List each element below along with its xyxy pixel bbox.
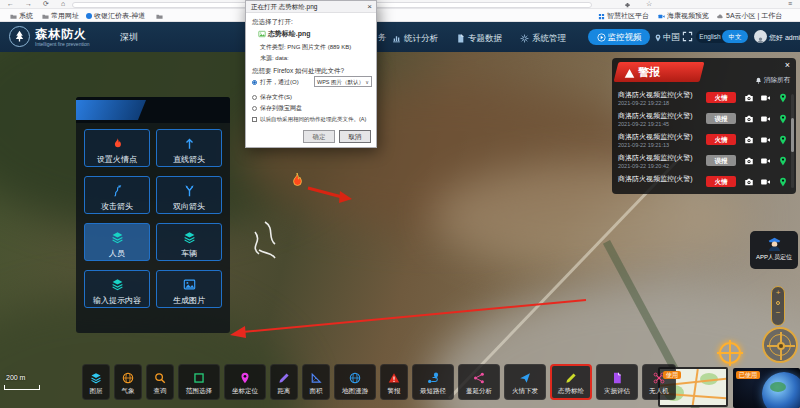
camera-icon[interactable]	[744, 114, 754, 124]
toolbar-drone-button[interactable]: 无人机	[642, 364, 676, 400]
dialog-close-icon[interactable]: ×	[367, 1, 372, 13]
fire-tag[interactable]: 火情	[706, 176, 736, 187]
toolbar-spread-analysis-button[interactable]: 蔓延分析	[458, 364, 500, 400]
video-icon[interactable]	[760, 177, 771, 187]
video-icon[interactable]	[760, 135, 771, 145]
save-cloud-radio[interactable]: 保存到微宝网盘	[252, 104, 302, 113]
bookmark-item[interactable]: 5A云小区 | 工作台	[716, 10, 782, 21]
camera-icon[interactable]	[744, 135, 754, 145]
video-icon[interactable]	[760, 93, 771, 103]
toolbar-weather-button[interactable]: 气象	[114, 364, 142, 400]
alarm-item[interactable]: 商洛防火视频监控(火警)2021-09-22 19:21:45 误报	[618, 111, 790, 132]
false-alarm-tag[interactable]: 误报	[706, 155, 736, 166]
toolbar-damage-assess-button[interactable]: 灾损评估	[596, 364, 638, 400]
camera-icon[interactable]	[744, 93, 754, 103]
home-icon[interactable]: ⌂	[61, 0, 65, 8]
red-line-arrow-head	[230, 326, 246, 338]
toolbar-situation-plot-button[interactable]: 态势标绘	[550, 364, 592, 400]
toolbar-range-select-button[interactable]: 范围选择	[178, 364, 220, 400]
nav-item-system-management[interactable]: 系统管理	[520, 32, 566, 44]
language-toggle[interactable]: English 中文	[696, 30, 748, 43]
radio-selected-icon	[252, 80, 257, 85]
personnel-button[interactable]: 人员	[84, 223, 150, 261]
download-dialog: 正在打开 态势标绘.png × 您选择了打开: 态势标绘.png 文件类型: P…	[245, 0, 377, 148]
false-alarm-tag[interactable]: 误报	[706, 113, 736, 124]
app-personnel-locate-button[interactable]: APP人员定位	[750, 231, 798, 269]
location-pin-icon[interactable]	[778, 114, 788, 124]
ok-button[interactable]: 确定	[303, 130, 335, 143]
extensions-puzzle-icon[interactable]	[624, 2, 631, 9]
remember-checkbox[interactable]: 以后自动采用相同的动作处理此类文件。(A)	[252, 116, 366, 123]
chevron-down-icon: ∨	[365, 77, 369, 87]
toolbar-map-roam-button[interactable]: 地图漫游	[334, 364, 376, 400]
compass-widget[interactable]	[762, 327, 798, 363]
forward-icon[interactable]: →	[25, 0, 32, 8]
nav-item-thematic-data[interactable]: 专题数据	[456, 32, 502, 44]
zoom-out-button[interactable]: −	[772, 307, 784, 319]
zoom-reset-dot[interactable]	[776, 301, 780, 305]
camera-icon[interactable]	[744, 177, 754, 187]
alarm-item[interactable]: 商洛防火视频监控(火警)2021-09-22 19:21:13 火情	[618, 132, 790, 153]
browser-menu-icon[interactable]: ≡	[788, 0, 792, 8]
globe-3d-toggle[interactable]: 已使用	[733, 368, 800, 408]
toolbar-area-button[interactable]: 面积	[302, 364, 330, 400]
monitor-video-button[interactable]: 监控视频	[588, 29, 650, 45]
bookmark-item[interactable]: 海康视频预览	[658, 10, 709, 21]
reload-icon[interactable]: ⟳	[43, 0, 49, 8]
location-pin-icon[interactable]	[778, 135, 788, 145]
dialog-title: 正在打开 态势标绘.png	[246, 1, 376, 13]
toolbar-alarm-button[interactable]: 警报	[380, 364, 408, 400]
fire-tag[interactable]: 火情	[706, 134, 736, 145]
toolbar-shortest-path-button[interactable]: 最短路径	[412, 364, 454, 400]
set-fire-point-button[interactable]: 设置火情点	[84, 129, 150, 167]
map-zoom-control[interactable]: + −	[771, 286, 785, 326]
generate-image-button[interactable]: 生成图片	[156, 270, 222, 308]
fullscreen-icon[interactable]	[682, 31, 693, 42]
video-icon[interactable]	[760, 114, 771, 124]
bookmark-star-icon[interactable]: ☆	[646, 0, 652, 8]
nav-item-statistics[interactable]: 统计分析	[392, 32, 438, 44]
attack-arrow-button[interactable]: 攻击箭头	[84, 176, 150, 214]
toolbar-query-button[interactable]: 查询	[146, 364, 174, 400]
location-pin-icon[interactable]	[778, 177, 788, 187]
open-with-select[interactable]: WPS 图片（默认）∨	[314, 76, 372, 87]
avatar[interactable]	[754, 30, 767, 43]
back-icon[interactable]: ←	[7, 0, 14, 8]
bookmark-item[interactable]: 常用网址	[42, 10, 79, 21]
save-file-radio[interactable]: 保存文件(S)	[252, 93, 292, 102]
alarm-scrollbar[interactable]	[791, 94, 794, 188]
lang-chinese[interactable]: 中文	[722, 30, 748, 43]
toolbar-fire-dispatch-button[interactable]: 火情下发	[504, 364, 546, 400]
alarm-close-icon[interactable]: ×	[785, 60, 790, 70]
camera-icon[interactable]	[744, 156, 754, 166]
alarm-panel-title: 警报	[638, 66, 660, 78]
zoom-in-button[interactable]: +	[772, 287, 784, 299]
location-pin-icon[interactable]	[778, 93, 788, 103]
alarm-item[interactable]: 商洛防火视频监控(火警)2021-09-22 19:22:18 火情	[618, 90, 790, 111]
bookmark-item[interactable]: 收银汇价表-神道	[86, 10, 145, 21]
bookmark-item[interactable]: 系统	[10, 10, 33, 21]
cancel-button[interactable]: 取消	[339, 130, 371, 143]
country-selector[interactable]: 中国	[654, 32, 680, 44]
double-arrow-button[interactable]: 双向箭头	[156, 176, 222, 214]
alarm-item[interactable]: 商洛防火视频监控(火警)2021-09-22 19:20:42 误报	[618, 153, 790, 174]
fire-point-icon	[294, 173, 302, 185]
vehicle-button[interactable]: 车辆	[156, 223, 222, 261]
alarm-item[interactable]: 商洛防火视频监控(火警) 火情	[618, 174, 790, 195]
lang-english[interactable]: English	[696, 30, 724, 43]
bookmark-item[interactable]: 智慧社区平台	[598, 10, 649, 21]
toolbar-layers-button[interactable]: 图层	[82, 364, 110, 400]
straight-arrow-button[interactable]: 直线箭头	[156, 129, 222, 167]
nav-item-partial[interactable]: 务	[378, 32, 387, 44]
toolbar-coordinate-locate-button[interactable]: 坐标定位	[224, 364, 266, 400]
map-toolbar: 图层 气象 查询 范围选择 坐标定位 距离 面积 地图漫游 警报 最短路径 蔓延…	[82, 364, 676, 400]
video-icon[interactable]	[760, 156, 771, 166]
map-scale-bar	[4, 385, 40, 390]
input-prompt-button[interactable]: 输入提示内容	[84, 270, 150, 308]
bookmark-folder-icon[interactable]	[156, 10, 165, 21]
clear-all-alarms-button[interactable]: 消除所有	[755, 76, 790, 85]
location-pin-icon[interactable]	[778, 156, 788, 166]
open-with-radio[interactable]: 打开，通过(O)	[252, 78, 299, 87]
fire-tag[interactable]: 火情	[706, 92, 736, 103]
toolbar-distance-button[interactable]: 距离	[270, 364, 298, 400]
